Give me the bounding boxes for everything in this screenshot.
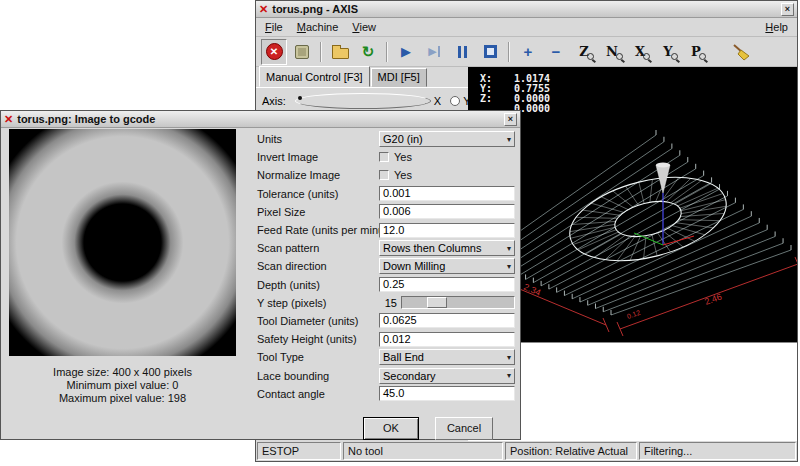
reload-button[interactable]: ↻ xyxy=(355,39,381,65)
dialog-titlebar[interactable]: ✕ torus.png: Image to gcode × xyxy=(1,111,520,128)
slider-handle[interactable] xyxy=(427,297,447,308)
machine-power-button[interactable] xyxy=(289,39,315,65)
toolbar-separator xyxy=(386,42,388,62)
tool-cone xyxy=(656,165,670,193)
lace-bounding-select[interactable]: Secondary▾ xyxy=(379,368,515,384)
field-label: Depth (units) xyxy=(257,279,379,291)
menu-machine[interactable]: Machine xyxy=(290,19,346,35)
view-z-button[interactable]: Z xyxy=(571,39,597,65)
clear-plot-button[interactable] xyxy=(728,39,754,65)
step-icon: ▶ xyxy=(428,46,436,57)
field-label: Lace bounding xyxy=(257,370,379,382)
toolbar: ✕ ↻ ▶ ▶ + − Z N X Y P xyxy=(256,37,797,67)
field-label: Pixel Size xyxy=(257,206,379,218)
field-label: Safety Height (units) xyxy=(257,333,379,345)
toolbar-separator xyxy=(320,42,322,62)
menu-help[interactable]: Help xyxy=(758,19,795,35)
cancel-button[interactable]: Cancel xyxy=(435,417,493,440)
view-p-icon: P xyxy=(691,45,701,58)
view-z-rotated-icon: N xyxy=(606,45,618,58)
axis-label: Axis: xyxy=(262,95,286,107)
close-button[interactable]: × xyxy=(781,3,794,16)
scan-direction-select[interactable]: Down Milling▾ xyxy=(379,258,515,274)
x-axis-line xyxy=(663,236,694,245)
normalize-image-checkbox[interactable] xyxy=(379,170,389,180)
axis-y-radio[interactable] xyxy=(450,96,460,106)
run-icon: ▶ xyxy=(401,45,411,58)
view-y-icon: Y xyxy=(663,45,672,58)
step-bar-icon xyxy=(438,46,440,57)
estop-icon: ✕ xyxy=(266,43,283,60)
pixel-size-input[interactable]: 0.006 xyxy=(379,204,515,219)
zoom-out-icon: − xyxy=(552,44,561,59)
dimension-label-depth: 0.12 xyxy=(626,309,641,320)
run-button[interactable]: ▶ xyxy=(393,39,419,65)
depth-input[interactable]: 0.25 xyxy=(379,277,515,292)
scan-pattern-select[interactable]: Rows then Columns▾ xyxy=(379,240,515,256)
view-y-button[interactable]: Y xyxy=(655,39,681,65)
view-p-button[interactable]: P xyxy=(683,39,709,65)
tool-diameter-input[interactable]: 0.0625 xyxy=(379,313,515,328)
chevron-down-icon: ▾ xyxy=(507,262,511,271)
y-step-value: 15 xyxy=(379,297,397,309)
field-label: Normalize Image xyxy=(257,169,379,181)
safety-height-input[interactable]: 0.012 xyxy=(379,332,515,347)
status-estop: ESTOP xyxy=(257,442,341,460)
pause-icon xyxy=(458,46,467,58)
tolerance-input[interactable]: 0.001 xyxy=(379,186,515,201)
feed-rate-input[interactable]: 12.0 xyxy=(379,223,515,238)
invert-image-checkbox[interactable] xyxy=(379,152,389,162)
chevron-down-icon: ▾ xyxy=(507,353,511,362)
status-tool: No tool xyxy=(343,442,503,460)
reload-icon: ↻ xyxy=(362,44,375,59)
checkbox-label: Yes xyxy=(394,169,412,181)
dialog-title: torus.png: Image to gcode xyxy=(17,113,155,125)
axis-x-radio[interactable] xyxy=(295,93,431,109)
view-x-button[interactable]: X xyxy=(627,39,653,65)
stop-icon xyxy=(484,45,497,58)
tool-type-select[interactable]: Ball End▾ xyxy=(379,349,515,365)
field-label: Scan pattern xyxy=(257,242,379,254)
y-step-slider[interactable] xyxy=(401,296,515,309)
open-folder-icon xyxy=(332,48,349,59)
field-label: Contact angle xyxy=(257,388,379,400)
dro-readout: X:1.0174 Y:0.7755 Z:0.0000 0.0000 xyxy=(480,74,550,114)
contact-angle-input[interactable]: 45.0 xyxy=(379,386,515,401)
axis-x-label: X xyxy=(434,95,441,107)
field-label: Invert Image xyxy=(257,151,379,163)
stop-button[interactable] xyxy=(477,39,503,65)
chevron-down-icon: ▾ xyxy=(507,371,511,380)
view-z-rotated-button[interactable]: N xyxy=(599,39,625,65)
step-button[interactable]: ▶ xyxy=(421,39,447,65)
field-label: Units xyxy=(257,133,379,145)
field-label: Y step (pixels) xyxy=(257,297,379,309)
torus-image-preview xyxy=(9,129,236,356)
image-to-gcode-dialog: ✕ torus.png: Image to gcode × Image size… xyxy=(0,110,521,440)
close-button[interactable]: × xyxy=(504,113,517,126)
pause-button[interactable] xyxy=(449,39,475,65)
toolbar-separator xyxy=(508,42,510,62)
ok-button[interactable]: OK xyxy=(363,417,419,440)
chevron-down-icon: ▾ xyxy=(507,135,511,144)
tab-mdi[interactable]: MDI [F5] xyxy=(371,68,427,87)
field-label: Scan direction xyxy=(257,260,379,272)
menu-file[interactable]: File xyxy=(258,19,290,35)
axis-logo-icon: ✕ xyxy=(4,114,13,125)
checkbox-label: Yes xyxy=(394,151,412,163)
tab-manual-control[interactable]: Manual Control [F3] xyxy=(259,66,370,87)
chevron-down-icon: ▾ xyxy=(507,244,511,253)
zoom-in-button[interactable]: + xyxy=(515,39,541,65)
units-select[interactable]: G20 (in)▾ xyxy=(379,131,515,147)
status-filtering: Filtering... xyxy=(639,442,796,460)
menu-view[interactable]: View xyxy=(345,19,383,35)
view-z-icon: Z xyxy=(579,45,589,58)
broom-icon xyxy=(731,43,751,61)
field-label: Tool Diameter (units) xyxy=(257,315,379,327)
zoom-out-button[interactable]: − xyxy=(543,39,569,65)
axis-select-row: Axis: X Y Z xyxy=(262,93,462,109)
estop-button[interactable]: ✕ xyxy=(261,39,287,65)
dimension-label-right: 2.46 xyxy=(703,291,723,306)
axis-window-title: torus.png - AXIS xyxy=(272,3,358,15)
open-file-button[interactable] xyxy=(327,39,353,65)
axis-titlebar[interactable]: ✕ torus.png - AXIS × xyxy=(256,1,797,18)
